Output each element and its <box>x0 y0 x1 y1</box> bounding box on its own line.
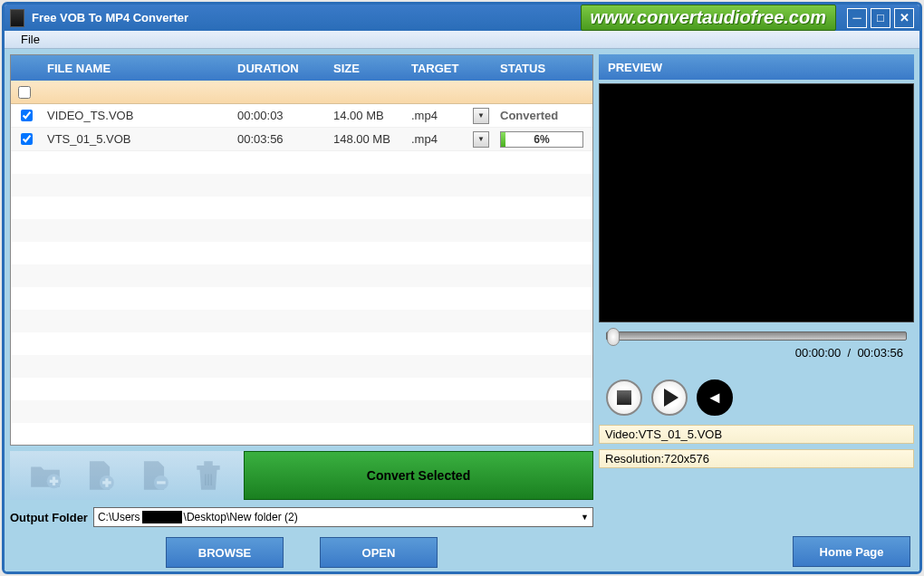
convert-selected-button[interactable]: Convert Selected <box>244 451 593 500</box>
menu-file[interactable]: File <box>14 31 47 48</box>
preview-header: PREVIEW <box>599 54 914 80</box>
th-status: STATUS <box>495 62 592 75</box>
resolution-info-line: Resolution:720x576 <box>599 449 914 468</box>
window-title: Free VOB To MP4 Converter <box>32 11 188 24</box>
seek-slider[interactable] <box>606 331 907 341</box>
add-file-button[interactable] <box>81 456 119 494</box>
seek-thumb[interactable] <box>607 328 620 346</box>
chevron-down-icon[interactable]: ▼ <box>581 513 589 522</box>
body-area: FILE NAME DURATION SIZE TARGET STATUS VI… <box>5 49 919 574</box>
cell-duration: 00:00:03 <box>232 109 328 122</box>
home-page-button[interactable]: Home Page <box>793 536 910 567</box>
open-button[interactable]: OPEN <box>320 537 438 568</box>
right-panel: PREVIEW 00:00:00 / 00:03:56 ◄ Video:VTS_… <box>599 54 914 571</box>
bottom-buttons: BROWSE OPEN <box>10 534 593 571</box>
close-button[interactable]: ✕ <box>894 8 914 28</box>
url-banner[interactable]: www.convertaudiofree.com <box>581 5 836 31</box>
th-target: TARGET <box>406 62 495 75</box>
slider-area: 00:00:00 / 00:03:56 <box>599 326 914 371</box>
preview-video <box>599 83 914 322</box>
progress-bar: 6% <box>500 131 583 148</box>
select-all-checkbox[interactable] <box>18 86 31 99</box>
remove-file-button[interactable] <box>135 456 173 494</box>
target-dropdown[interactable]: ▼ <box>473 108 489 124</box>
th-duration: DURATION <box>232 62 328 75</box>
row-checkbox[interactable] <box>21 133 33 145</box>
app-icon <box>10 9 24 27</box>
th-size: SIZE <box>328 62 406 75</box>
play-button[interactable] <box>651 379 688 416</box>
cell-filename: VIDEO_TS.VOB <box>42 109 232 122</box>
cell-target: .mp4▼ <box>406 131 495 148</box>
cell-size: 14.00 MB <box>328 109 406 122</box>
status-text: Converted <box>500 109 558 122</box>
video-info-line: Video:VTS_01_5.VOB <box>599 425 914 444</box>
browse-button[interactable]: BROWSE <box>166 537 284 568</box>
cell-status: 6% <box>495 131 592 148</box>
output-folder-field[interactable]: C:\Users\Desktop\New folder (2) ▼ <box>93 507 593 527</box>
th-filename: FILE NAME <box>42 62 232 75</box>
file-table: FILE NAME DURATION SIZE TARGET STATUS VI… <box>10 54 593 446</box>
cell-filename: VTS_01_5.VOB <box>42 132 232 146</box>
time-display: 00:00:00 / 00:03:56 <box>606 346 907 360</box>
cell-duration: 00:03:56 <box>232 132 328 146</box>
minimize-button[interactable]: ─ <box>847 8 867 28</box>
cell-status: Converted <box>495 109 592 122</box>
redacted-username <box>142 511 182 523</box>
menubar: File <box>5 31 919 49</box>
table-row[interactable]: VIDEO_TS.VOB00:00:0314.00 MB.mp4▼Convert… <box>11 104 592 128</box>
output-folder-label: Output Folder <box>10 511 88 524</box>
select-all-row <box>11 81 592 104</box>
toolbar: Convert Selected <box>10 451 593 500</box>
row-checkbox[interactable] <box>21 110 33 121</box>
maximize-button[interactable]: □ <box>871 8 890 28</box>
add-folder-button[interactable] <box>26 456 64 494</box>
output-folder-row: Output Folder C:\Users\Desktop\New folde… <box>10 505 593 529</box>
target-dropdown[interactable]: ▼ <box>473 131 489 148</box>
cell-target: .mp4▼ <box>406 108 495 124</box>
table-header: FILE NAME DURATION SIZE TARGET STATUS <box>11 55 592 81</box>
empty-rows <box>11 151 592 445</box>
titlebar: Free VOB To MP4 Converter www.convertaud… <box>5 5 919 31</box>
playback-controls: ◄ <box>599 375 914 420</box>
delete-button[interactable] <box>189 456 227 494</box>
table-row[interactable]: VTS_01_5.VOB00:03:56148.00 MB.mp4▼6% <box>11 128 592 151</box>
cell-size: 148.00 MB <box>328 132 406 146</box>
app-window: Free VOB To MP4 Converter www.convertaud… <box>2 2 922 574</box>
volume-button[interactable]: ◄ <box>697 379 733 416</box>
stop-button[interactable] <box>606 379 642 416</box>
left-panel: FILE NAME DURATION SIZE TARGET STATUS VI… <box>10 54 593 571</box>
